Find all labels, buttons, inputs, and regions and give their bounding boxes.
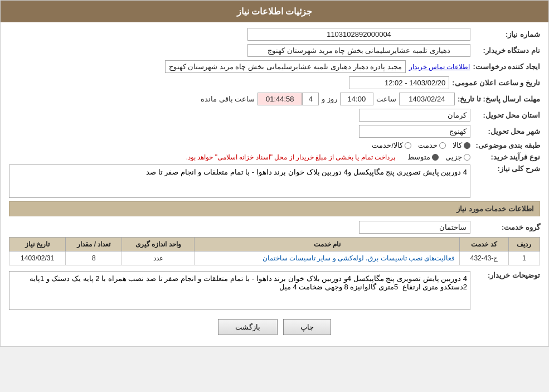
deadline-date: 1403/02/24 [399, 93, 455, 105]
category-radio-kala [464, 142, 470, 149]
process-radio-group: جزیی متوسط پرداخت تمام یا بخشی از مبلغ خ… [186, 153, 470, 161]
process-option-jozi[interactable]: جزیی [445, 153, 470, 161]
col-header-date: تاریخ نیاز [9, 238, 66, 251]
cell-date: 1403/02/31 [9, 251, 66, 265]
category-option-khedmat[interactable]: خدمت [418, 141, 446, 149]
deadline-label: مهلت ارسال پاسخ: تا تاریخ: [458, 95, 540, 103]
col-header-row: ردیف [508, 238, 540, 251]
service-group-label: گروه خدمت: [473, 223, 540, 231]
deadline-days: 4 [302, 93, 319, 105]
category-kala-label: کالا [453, 141, 462, 149]
deadline-time-label: ساعت [376, 95, 396, 103]
back-button[interactable]: بازگشت [218, 319, 278, 335]
province-label: استان محل تحویل: [473, 111, 540, 119]
category-kala-khedmat-label: کالا/خدمت [372, 141, 403, 149]
announce-datetime-value: 1403/02/20 - 12:02 [349, 76, 449, 89]
service-info-title: اطلاعات خدمات مورد نیاز [9, 201, 540, 216]
category-option-kala[interactable]: کالا [453, 141, 470, 149]
category-option-kala-khedmat[interactable]: کالا/خدمت [372, 141, 411, 149]
cell-name: فعالیت‌های نصب تاسیسات برق، لوله‌کشی و س… [195, 251, 460, 265]
category-radio-kala-khedmat [405, 142, 411, 149]
buyer-org-label: نام دستگاه خریدار: [473, 46, 540, 55]
city-value: کهنوج [359, 125, 470, 138]
city-label: شهر محل تحویل: [473, 127, 540, 135]
deadline-remaining-label: ساعت باقی مانده [201, 95, 255, 103]
need-number-value: 1103102892000004 [247, 28, 470, 41]
process-note: پرداخت تمام یا بخشی از مبلغ خریدار از مح… [186, 153, 395, 161]
buyer-description-label: توضیحات خریدار: [473, 271, 540, 279]
need-number-label: شماره نیاز: [473, 30, 540, 38]
cell-unit: عدد [122, 251, 195, 265]
process-radio-motavaset [432, 154, 439, 161]
process-jozi-label: جزیی [445, 153, 462, 161]
process-radio-jozi [464, 154, 470, 161]
process-option-motavaset[interactable]: متوسط [407, 153, 439, 161]
buyer-description-textarea[interactable] [9, 271, 470, 310]
deadline-remaining: 01:44:58 [258, 93, 302, 105]
need-description-label: شرح کلی نیاز: [473, 164, 540, 173]
category-label: طبقه بندی موضوعی: [473, 141, 540, 149]
page-title: جزئیات اطلاعات نیاز [1, 1, 548, 22]
print-button[interactable]: چاپ [283, 319, 331, 335]
process-motavaset-label: متوسط [407, 153, 430, 161]
creator-label: ایجاد کننده درخواست: [473, 62, 540, 71]
services-table: ردیف کد خدمت نام خدمت واحد اندازه گیری ت… [9, 237, 540, 265]
need-description-textarea[interactable] [9, 164, 470, 198]
col-header-name: نام خدمت [195, 238, 460, 251]
cell-row: 1 [508, 251, 540, 265]
category-radio-khedmat [439, 142, 446, 149]
cell-code: ج-43-432 [460, 251, 508, 265]
cell-qty: 8 [66, 251, 122, 265]
col-header-code: کد خدمت [460, 238, 508, 251]
table-row: 1 ج-43-432 فعالیت‌های نصب تاسیسات برق، ل… [9, 251, 540, 265]
creator-contact-link[interactable]: اطلاعات تماس خریدار [409, 63, 470, 71]
deadline-time: 14:00 [340, 93, 373, 105]
province-value: کرمان [359, 109, 470, 122]
col-header-qty: تعداد / مقدار [66, 238, 122, 251]
category-radio-group: کالا خدمت کالا/خدمت [372, 141, 470, 149]
service-group-value: ساختمان [359, 221, 470, 234]
category-khedmat-label: خدمت [418, 141, 438, 149]
action-buttons: چاپ بازگشت [9, 313, 540, 341]
announce-datetime-label: تاریخ و ساعت اعلان عمومی: [452, 79, 540, 87]
buyer-org-value: دهیاری تلمبه عشایرسلیمانی بخش چاه مرید ش… [247, 44, 470, 57]
process-label: نوع فرآیند خرید: [473, 153, 540, 161]
services-table-section: ردیف کد خدمت نام خدمت واحد اندازه گیری ت… [9, 237, 540, 265]
deadline-days-label: روز و [322, 95, 337, 103]
col-header-unit: واحد اندازه گیری [122, 238, 195, 251]
creator-value: مجید پادره دهیار دهیاری تلمبه عشایرسلیما… [165, 60, 406, 73]
